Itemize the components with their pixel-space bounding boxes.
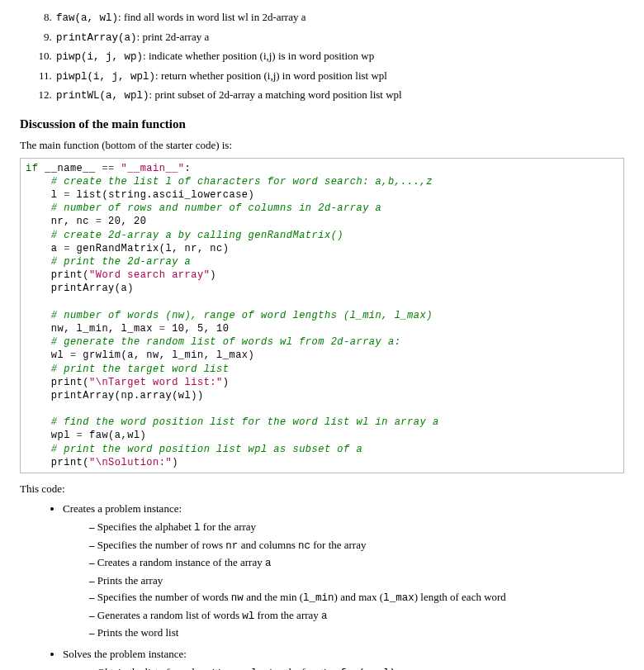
func-item-9: printArray(a): print 2d-array a [54,30,624,46]
code-comment: # number of words (nw), range of word le… [26,310,433,321]
t: Prints the array [97,574,163,587]
func-sig: printArray(a) [56,32,137,44]
code-blank [26,403,32,415]
section-heading: Discussion of the main function [20,116,624,133]
code-text: faw(a,wl) [83,430,146,441]
code-text: genRandMatrix(l, nr, nc) [70,243,230,254]
func-item-11: piwpl(i, j, wpl): return whether positio… [54,69,624,85]
code-inline: l_min [303,592,334,604]
code-text: printArray(np.array(wl)) [26,390,204,402]
code-comment: # generate the random list of words wl f… [26,336,400,348]
t: ) and max ( [334,591,384,603]
code-text: __name__ [38,163,102,174]
func-desc: : indicate whether position (i,j) is in … [143,50,374,62]
func-sig: piwp(i, j, wp) [56,51,143,63]
sublist-item: Creates a random instance of the array a [89,555,624,572]
func-desc: : print 2d-array a [137,31,210,43]
func-desc: : find all words in word list wl in 2d-a… [118,11,305,23]
code-text: nr, nc [26,216,96,227]
sublist-item: Specifies the number of words nw and the… [89,590,624,606]
code-comment: # print the word position list wpl as su… [26,444,362,455]
code-text: 20, 20 [102,216,146,227]
code-comment: # create the list l of characters for wo… [26,176,433,188]
code-text: print( [26,377,89,388]
t: Creates a random instance of the array [97,556,265,568]
func-sig: faw(a, wl) [56,12,118,24]
code-blank [26,297,32,308]
t: Specifies the alphabet [97,520,194,533]
code-op: = [70,349,77,361]
code-text: nw, l_min, l_max [26,323,159,335]
list-item: Solves the problem instance: Obtain the … [63,647,624,670]
code-comment: # find the word position list for the wo… [26,416,439,428]
t: Prints the word list [97,626,179,639]
code-block: if __name__ == "__main__": # create the … [20,158,624,473]
func-item-10: piwp(i, j, wp): indicate whether positio… [54,49,624,65]
code-text: ) [223,377,230,388]
code-text: 10, 5, 10 [165,323,229,335]
code-text: ) [210,269,216,281]
sublist-item: Prints the array [89,573,624,588]
sublist-item: Specifies the number of rows nr and colu… [89,538,624,554]
code-op: == [102,163,114,174]
sublist: Obtain the list of word positions wpl us… [63,665,624,670]
t: using the function [257,666,339,670]
t: and the min ( [244,591,303,603]
code-inline: wl [242,611,254,622]
list-text: Solves the problem instance: [63,648,187,660]
code-text: list(string.ascii_lowercase) [70,189,254,201]
function-list: faw(a, wl): find all words in word list … [20,10,624,104]
code-comment: # create 2d-array a by calling genRandMa… [26,230,343,241]
code-text: print( [26,457,89,468]
code-inline: nr [225,540,238,552]
func-sig: printWL(a, wpl) [56,90,149,102]
sublist: Specifies the alphabet l for the array S… [63,520,624,640]
sublist-item: Prints the word list [89,625,624,640]
code-text: : [185,163,192,174]
sublist-item: Generates a random list of words wl from… [89,608,624,625]
code-inline: nc [298,540,310,552]
t: from the array [254,609,321,621]
t: Obtain the list of word positions [97,666,239,670]
func-desc: : return whether position (i,j) in word … [155,69,387,82]
t: Specifies the number of words [97,591,231,603]
code-inline: nw [231,592,244,604]
code-inline: l [194,522,201,534]
code-text: wl [26,349,70,361]
func-desc: : print subset of 2d-array a matching wo… [149,88,402,101]
code-text: print( [26,269,89,281]
code-op: = [64,243,70,254]
code-string: "\nTarget word list:" [89,377,223,388]
code-string: "\nSolution:" [89,457,172,468]
code-comment: # print the target word list [26,364,229,375]
code-text: l [26,189,64,201]
sublist-item: Specifies the alphabet l for the array [89,520,624,536]
intro-paragraph: The main function (bottom of the starter… [20,138,624,153]
code-text: printArray(a) [26,283,134,294]
t: Specifies the number of rows [97,539,226,551]
code-text: grwlim(a, nw, l_min, l_max) [77,349,255,361]
func-sig: piwpl(i, j, wpl) [56,71,155,83]
code-text: wpl [26,430,77,441]
t: ) length of each word [414,591,506,603]
explanation-list: Creates a problem instance: Specifies th… [20,501,624,670]
code-keyword: if [26,163,38,174]
t: for the array [310,539,367,551]
list-item: Creates a problem instance: Specifies th… [63,501,624,640]
post-code-paragraph: This code: [20,482,624,497]
code-text: ) [172,457,178,468]
code-string: "Word search array" [89,269,210,281]
code-string: "__main__" [115,163,185,174]
t: and columns [238,539,298,551]
code-comment: # print the 2d-array a [26,256,191,268]
code-inline: a [321,611,328,622]
t: for the array [201,520,257,533]
code-inline: a [265,558,272,569]
code-op: = [64,189,70,201]
sublist-item: Obtain the list of word positions wpl us… [89,665,624,670]
code-comment: # number of rows and number of columns i… [26,202,381,214]
func-item-8: faw(a, wl): find all words in word list … [54,10,624,26]
list-text: Creates a problem instance: [63,502,182,515]
func-item-12: printWL(a, wpl): print subset of 2d-arra… [54,88,624,104]
code-inline: l_max [383,592,414,604]
